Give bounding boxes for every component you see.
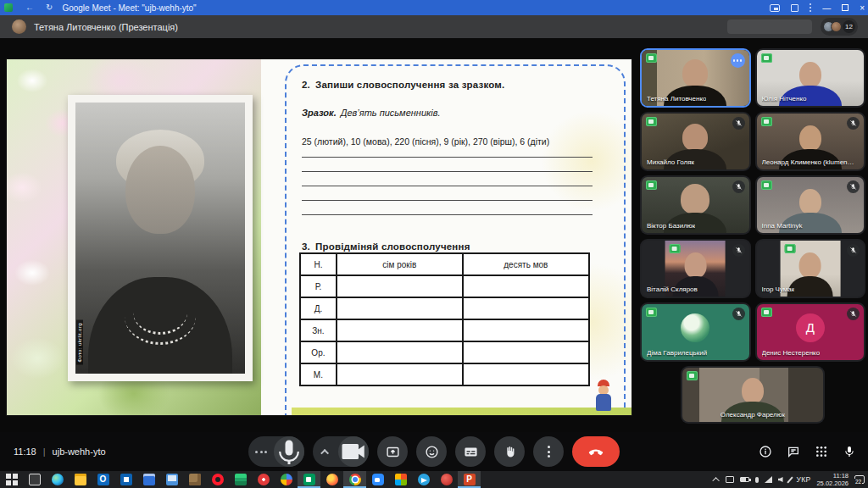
chat-icon[interactable] [787,445,800,458]
mic-status-icon[interactable] [843,445,856,458]
participants-pill[interactable]: 12 [821,18,858,36]
reactions-button[interactable] [416,436,447,467]
taskbar-app-layers[interactable] [229,471,252,488]
mic-muted-icon [847,117,860,130]
mic-muted-icon [847,308,860,320]
taskbar-app-zoom[interactable] [366,471,389,488]
declension-table: Н.сім роківдесять мовР.Д.Зн.Ор.М. [299,252,590,386]
participant-tile[interactable]: Леонард Клименко (klumenko leo… [755,112,866,171]
presenter-avatar [12,19,26,34]
action-center-icon[interactable]: 22 [854,475,865,484]
file-explorer-icon [75,474,86,485]
participant-tile[interactable]: Віталій Скляров [640,239,751,298]
taskbar-app-firefox[interactable] [320,471,343,488]
smiley-icon [425,445,439,459]
calculator-icon [143,474,155,485]
header-box[interactable] [727,19,812,34]
tray-pen-icon[interactable] [787,476,793,483]
participant-tile[interactable]: Діма Гаврилецький [640,302,751,362]
green-effect-badge-icon [761,180,772,190]
taskbar-app-file-explorer[interactable] [69,471,92,488]
present-button[interactable] [377,436,408,467]
camera-icon [338,436,369,467]
taskbar-app-task-view[interactable] [23,471,46,488]
tab-preview-icon[interactable] [791,4,798,12]
taskbar-app-powerpoint[interactable] [458,471,481,488]
taskbar-clock[interactable]: 11:18 25.02.2026 [816,472,849,488]
info-icon[interactable] [759,445,772,458]
audio-options-icon[interactable] [255,451,267,453]
mic-icon [274,436,304,467]
table-cell [337,319,463,341]
dial-icon [258,474,270,485]
notification-count: 22 [854,479,862,485]
mic-control[interactable] [248,436,304,467]
tray-volume-icon[interactable] [778,477,783,482]
table-cell [463,319,589,341]
participant-tile[interactable]: Михайло Голяк [640,112,751,171]
store-icon [120,474,132,485]
participant-tile[interactable]: Ігор Чумак [755,239,866,298]
browser-menu-icon[interactable] [810,3,811,12]
participant-tile[interactable]: ДДенис Нестеренко [755,302,866,362]
back-icon[interactable]: ← [25,0,34,15]
mic-button[interactable] [274,436,304,467]
taskbar-app-edge[interactable] [46,471,69,488]
participant-tile[interactable]: Inna Martinyk [755,175,866,235]
participants-bottom-row: Олександр Фарелюк [640,366,865,425]
reload-icon[interactable]: ↻ [46,0,53,15]
taskbar-app-telegram[interactable] [412,471,435,488]
tray-expand-icon[interactable] [712,477,719,484]
taskbar-app-boxes[interactable] [183,471,206,488]
participant-tile[interactable]: Віктор Базилюк [640,175,751,235]
taskbar-app-computer[interactable] [160,471,183,488]
mic-muted-icon [847,244,860,257]
language-indicator[interactable]: УКР [797,475,811,484]
participant-tile[interactable]: Олександр Фарелюк [681,366,825,424]
taskbar-app-office[interactable] [389,471,412,488]
close-button[interactable]: × [860,3,865,13]
taskbar-app-meet[interactable] [298,471,320,488]
taskbar-app-dial[interactable] [252,471,275,488]
raise-hand-button[interactable] [494,436,525,467]
taskbar-app-store[interactable] [114,471,137,488]
tray-network-icon[interactable] [765,476,772,483]
green-effect-badge-icon [761,53,772,63]
captions-button[interactable] [455,436,486,467]
minimize-button[interactable]: — [822,3,831,13]
present-icon [386,445,400,459]
taskbar-app-outlook[interactable] [92,471,114,488]
boxes-icon [189,474,201,485]
tray-mic-icon[interactable] [755,477,759,483]
lesya-ukrainka-photo: Фото: ukrlit.org [68,95,253,381]
tray-battery-icon[interactable] [740,477,749,482]
mic-muted-icon [732,117,745,130]
write-line [302,172,593,186]
pip-icon[interactable] [770,4,780,12]
camera-button[interactable] [338,436,369,467]
table-cell [337,297,463,319]
table-cell: десять мов [463,253,589,275]
taskbar-app-photos[interactable] [275,471,298,488]
participant-name: Михайло Голяк [647,158,694,166]
taskbar-app-red-app[interactable] [435,471,458,488]
taskbar-app-opera[interactable] [206,471,229,488]
green-effect-badge-icon [761,308,772,317]
camera-control[interactable] [313,436,369,467]
table-cell: Р. [300,275,337,297]
participant-tile[interactable]: Юлія Нітченко [755,48,866,108]
more-options-button[interactable] [533,436,564,467]
taskbar-app-calculator[interactable] [137,471,160,488]
camera-options-icon[interactable] [320,448,329,457]
green-effect-badge-icon [670,244,681,253]
green-effect-badge-icon [646,117,657,126]
participant-tile[interactable]: Тетяна Литовченко [640,48,751,108]
tray-display-icon[interactable] [726,476,734,483]
tile-menu-button[interactable] [731,53,745,68]
taskbar-app-chrome[interactable] [343,471,366,488]
end-call-button[interactable] [572,436,620,467]
maximize-button[interactable] [842,4,849,11]
table-cell [337,341,463,363]
activities-grid-icon[interactable] [815,445,828,458]
taskbar-app-start[interactable] [0,471,23,488]
